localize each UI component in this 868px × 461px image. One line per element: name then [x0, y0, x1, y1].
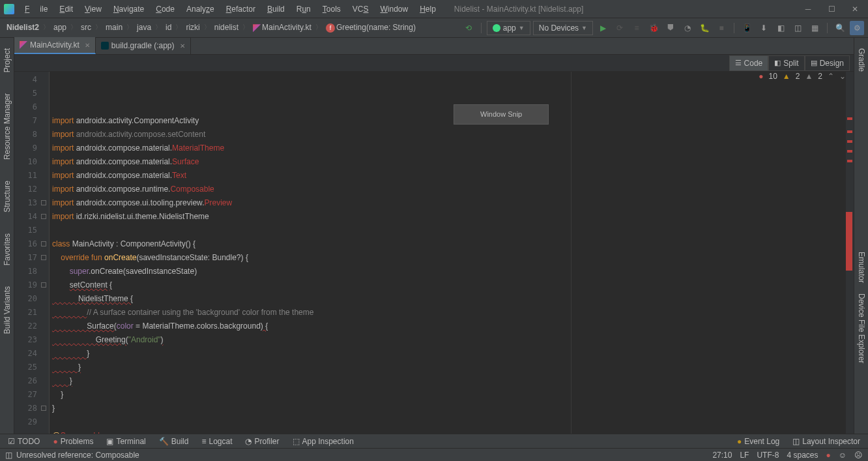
- run-button[interactable]: ▶: [596, 21, 610, 35]
- code-line[interactable]: override fun onCreate(savedInstanceState…: [52, 251, 854, 265]
- line-number[interactable]: 11: [14, 169, 49, 183]
- device-selector[interactable]: No Devices ▼: [533, 21, 593, 35]
- breadcrumb-item[interactable]: nidelist: [212, 22, 241, 33]
- profiler-icon[interactable]: ◔: [680, 21, 695, 35]
- line-number[interactable]: 10: [14, 155, 49, 169]
- code-line[interactable]: setContent {: [52, 278, 854, 292]
- breadcrumb-item[interactable]: id: [163, 22, 174, 33]
- breadcrumb-item[interactable]: rizki: [183, 22, 202, 33]
- code-line[interactable]: Surface(color = MaterialTheme.colors.bac…: [52, 320, 854, 333]
- attach-debugger-icon[interactable]: 🐛: [697, 21, 712, 35]
- tool-profiler[interactable]: ◔Profiler: [242, 436, 282, 447]
- breadcrumb-item[interactable]: main: [103, 22, 125, 33]
- fold-icon[interactable]: [41, 241, 46, 246]
- line-number[interactable]: 5: [14, 87, 49, 100]
- code-line[interactable]: @Composable: [52, 429, 854, 434]
- layout-inspector-icon[interactable]: ◫: [790, 21, 805, 35]
- breadcrumb-item[interactable]: src: [78, 22, 94, 33]
- menu-build[interactable]: Build: [262, 2, 290, 16]
- menu-navigate[interactable]: Navigate: [108, 2, 149, 16]
- breadcrumb-item[interactable]: app: [51, 22, 69, 33]
- fold-icon[interactable]: [41, 200, 46, 205]
- menu-edit[interactable]: Edit: [54, 2, 78, 16]
- breadcrumb-root[interactable]: Nidelist2: [4, 22, 42, 33]
- menu-run[interactable]: Run: [291, 2, 316, 16]
- file-encoding[interactable]: UTF-8: [757, 451, 779, 460]
- apply-code-icon[interactable]: ≡: [629, 21, 644, 35]
- settings-icon[interactable]: ⚙: [850, 21, 864, 35]
- coverage-icon[interactable]: ⛊: [663, 21, 678, 35]
- close-tab-icon[interactable]: ✕: [180, 42, 185, 50]
- line-number[interactable]: 17: [14, 251, 49, 265]
- running-devices-icon[interactable]: ▦: [807, 21, 822, 35]
- line-number[interactable]: 9: [14, 141, 49, 155]
- code-line[interactable]: import androidx.compose.ui.tooling.previ…: [52, 196, 854, 210]
- line-number[interactable]: 14: [14, 210, 49, 224]
- tool-gradle[interactable]: Gradle: [856, 43, 867, 77]
- tool-resource-manager[interactable]: Resource Manager: [1, 88, 13, 165]
- menu-view[interactable]: View: [80, 2, 107, 16]
- breadcrumb-symbol[interactable]: fGreeting(name: String): [323, 22, 418, 34]
- tool-build[interactable]: 🔨Build: [156, 436, 192, 447]
- tool-emulator[interactable]: Emulator: [856, 246, 867, 288]
- stop-button[interactable]: ■: [714, 21, 729, 35]
- line-number[interactable]: 15: [14, 224, 49, 237]
- line-number[interactable]: 16: [14, 237, 49, 251]
- minimize-button[interactable]: ─: [799, 3, 817, 16]
- code-line[interactable]: super.onCreate(savedInstanceState): [52, 265, 854, 278]
- sync-gradle-icon[interactable]: ⟲: [461, 21, 476, 35]
- tab-mainactivity[interactable]: MainActivity.kt ✕: [14, 37, 96, 54]
- menu-tools[interactable]: Tools: [317, 2, 346, 16]
- line-number[interactable]: 7: [14, 114, 49, 128]
- maximize-button[interactable]: ☐: [822, 3, 841, 16]
- code-line[interactable]: import androidx.compose.runtime.Composab…: [52, 183, 854, 196]
- tool-build-variants[interactable]: Build Variants: [1, 281, 13, 339]
- code-line[interactable]: NidelistTheme {: [52, 292, 854, 306]
- tool-problems[interactable]: ●Problems: [50, 436, 96, 447]
- tool-device-file-explorer[interactable]: Device File Explorer: [856, 288, 867, 368]
- menu-window[interactable]: Window: [375, 2, 413, 16]
- tool-app-inspection[interactable]: ⬚App Inspection: [290, 436, 356, 447]
- tool-favorites[interactable]: Favorites: [1, 228, 13, 271]
- breadcrumb-item[interactable]: java: [134, 22, 154, 33]
- resource-manager-icon[interactable]: ◧: [774, 21, 788, 35]
- fold-icon[interactable]: [41, 282, 46, 288]
- menu-code[interactable]: Code: [151, 2, 180, 16]
- sdk-manager-icon[interactable]: ⬇: [757, 21, 771, 35]
- line-number[interactable]: 13: [14, 196, 49, 210]
- fold-icon[interactable]: [41, 406, 46, 411]
- tool-window-icon[interactable]: ◫: [5, 451, 12, 460]
- menu-file[interactable]: File: [20, 2, 53, 16]
- code-line[interactable]: import androidx.compose.material.Surface: [52, 155, 854, 169]
- code-content[interactable]: import androidx.activity.ComponentActivi…: [50, 72, 854, 434]
- line-number[interactable]: 24: [14, 347, 49, 361]
- line-number[interactable]: 23: [14, 333, 49, 347]
- code-line[interactable]: class MainActivity : ComponentActivity()…: [52, 237, 854, 251]
- run-config-selector[interactable]: app ▼: [487, 21, 530, 35]
- code-line[interactable]: // A surface container using the 'backgr…: [52, 306, 854, 320]
- tab-build-gradle[interactable]: build.gradle (:app) ✕: [96, 37, 191, 54]
- caret-position[interactable]: 27:10: [712, 451, 732, 460]
- code-line[interactable]: [52, 415, 854, 429]
- close-tab-icon[interactable]: ✕: [85, 42, 90, 49]
- tool-todo[interactable]: ☑TODO: [5, 436, 42, 447]
- line-number[interactable]: 4: [14, 73, 49, 87]
- memory-indicator[interactable]: ☺: [839, 451, 846, 460]
- ide-errors-icon[interactable]: ☹: [854, 451, 863, 460]
- line-number[interactable]: 19: [14, 278, 49, 292]
- menu-vcs[interactable]: VCS: [347, 2, 374, 16]
- line-number[interactable]: 12: [14, 183, 49, 196]
- tool-logcat[interactable]: ≡Logcat: [199, 436, 235, 447]
- line-number[interactable]: 6: [14, 100, 49, 114]
- code-line[interactable]: [52, 224, 854, 237]
- code-line[interactable]: }: [52, 347, 854, 361]
- close-button[interactable]: ✕: [846, 3, 864, 16]
- line-number[interactable]: 25: [14, 361, 49, 374]
- code-line[interactable]: import id.rizki.nidelist.ui.theme.Nideli…: [52, 210, 854, 224]
- fold-icon[interactable]: [41, 255, 46, 260]
- line-separator[interactable]: LF: [740, 451, 749, 460]
- search-everywhere-icon[interactable]: 🔍: [833, 21, 847, 35]
- line-number[interactable]: 21: [14, 306, 49, 320]
- code-editor[interactable]: 4567891011121314151617181920212223242526…: [14, 72, 854, 434]
- code-line[interactable]: import androidx.compose.material.Materia…: [52, 141, 854, 155]
